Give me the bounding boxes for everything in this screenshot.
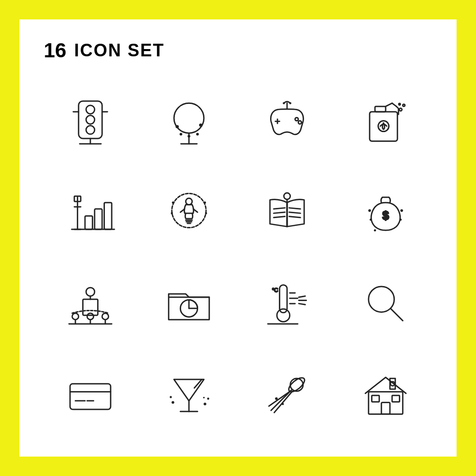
presentation-icon <box>44 261 137 347</box>
svg-line-53 <box>274 216 285 217</box>
svg-line-54 <box>289 208 301 209</box>
svg-point-13 <box>180 133 183 136</box>
svg-point-15 <box>187 135 190 138</box>
svg-point-46 <box>172 202 174 204</box>
svg-point-101 <box>171 401 174 404</box>
svg-point-48 <box>170 212 172 214</box>
idea-person-icon <box>142 170 236 256</box>
svg-line-25 <box>386 103 392 107</box>
svg-text:$: $ <box>382 209 389 222</box>
main-card: 16 ICON SET <box>19 19 457 457</box>
svg-point-70 <box>87 313 94 320</box>
svg-rect-24 <box>375 106 386 112</box>
svg-point-3 <box>86 126 95 135</box>
svg-point-19 <box>298 121 302 124</box>
svg-point-89 <box>369 287 394 312</box>
svg-line-56 <box>289 216 301 217</box>
svg-point-47 <box>204 202 206 204</box>
tree-icon <box>142 80 236 166</box>
svg-point-72 <box>102 313 108 320</box>
svg-point-109 <box>282 403 284 405</box>
svg-line-51 <box>274 208 285 209</box>
svg-point-40 <box>186 198 192 204</box>
open-book-icon <box>240 170 334 256</box>
svg-point-21 <box>283 102 285 104</box>
svg-rect-36 <box>95 209 102 229</box>
svg-point-2 <box>86 116 95 124</box>
svg-line-105 <box>269 391 290 406</box>
svg-point-102 <box>170 396 171 398</box>
svg-line-106 <box>274 391 292 412</box>
svg-line-52 <box>274 212 285 213</box>
svg-point-115 <box>391 381 395 386</box>
temperature-icon: °C <box>240 261 334 347</box>
svg-line-26 <box>392 103 396 107</box>
svg-point-1 <box>86 105 95 114</box>
svg-point-108 <box>275 397 278 400</box>
svg-point-99 <box>207 397 209 399</box>
svg-point-22 <box>289 102 291 104</box>
svg-line-90 <box>391 309 403 321</box>
credit-card-icon <box>44 352 137 438</box>
svg-point-98 <box>204 403 206 406</box>
svg-point-11 <box>175 125 179 129</box>
traffic-light-icon <box>44 80 137 166</box>
svg-point-60 <box>368 209 371 212</box>
icon-set-title: ICON SET <box>74 40 165 61</box>
svg-point-29 <box>403 104 405 106</box>
svg-rect-35 <box>85 216 92 229</box>
svg-point-8 <box>174 103 204 134</box>
house-icon <box>339 352 433 438</box>
svg-point-62 <box>370 219 372 221</box>
svg-rect-113 <box>372 395 379 402</box>
svg-point-63 <box>399 219 401 221</box>
svg-point-30 <box>399 103 400 105</box>
svg-point-49 <box>205 212 207 214</box>
svg-point-28 <box>399 108 402 111</box>
svg-line-86 <box>299 296 305 297</box>
svg-point-14 <box>196 133 199 136</box>
svg-rect-37 <box>104 203 112 229</box>
comet-icon <box>240 352 334 438</box>
icon-set-number: 16 <box>44 39 67 62</box>
svg-rect-114 <box>392 395 399 402</box>
header: 16 ICON SET <box>44 39 432 62</box>
svg-point-61 <box>400 209 403 212</box>
cocktail-icon <box>142 352 236 438</box>
game-controller-icon <box>240 80 334 166</box>
search-icon <box>339 261 433 347</box>
svg-text:°C: °C <box>272 287 278 293</box>
svg-line-55 <box>289 212 301 213</box>
icons-grid: $ <box>44 80 432 437</box>
svg-point-12 <box>199 123 203 127</box>
svg-point-100 <box>203 397 204 398</box>
svg-rect-91 <box>70 384 111 409</box>
svg-point-64 <box>374 229 376 231</box>
svg-point-57 <box>284 193 290 199</box>
svg-point-68 <box>72 313 79 320</box>
svg-point-66 <box>86 288 95 296</box>
svg-point-80 <box>277 309 289 322</box>
fuel-can-icon <box>339 80 433 166</box>
svg-rect-112 <box>381 402 390 414</box>
svg-rect-0 <box>79 101 102 138</box>
svg-point-18 <box>295 118 299 121</box>
money-bag-icon: $ <box>339 170 433 256</box>
svg-rect-23 <box>370 112 397 141</box>
svg-line-88 <box>299 304 305 305</box>
pie-chart-folder-icon <box>142 261 236 347</box>
bar-chart-icon <box>44 170 137 256</box>
